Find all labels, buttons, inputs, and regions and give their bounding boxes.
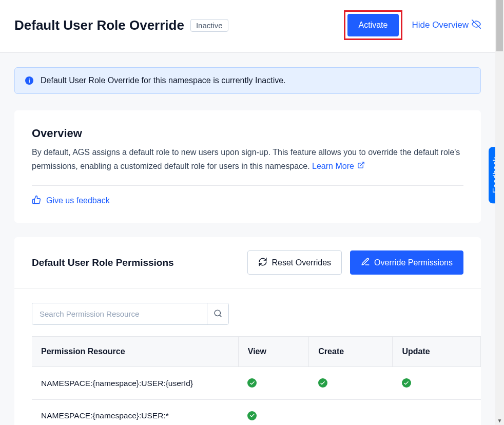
overview-heading: Overview (32, 127, 463, 140)
cell-create (309, 399, 393, 425)
override-permissions-label: Override Permissions (374, 259, 453, 267)
table-row: NAMESPACE:{namespace}:USER:{userId} (32, 367, 481, 400)
scrollbar[interactable]: ▲ ▼ (495, 0, 504, 425)
col-create: Create (309, 337, 393, 367)
page-title: Default User Role Override (14, 17, 184, 33)
cell-create (309, 367, 393, 400)
search-icon (214, 309, 222, 319)
scrollbar-thumb[interactable] (496, 0, 503, 51)
cell-view (238, 367, 309, 400)
hide-overview-link[interactable]: Hide Overview (412, 20, 481, 31)
cell-update (393, 399, 481, 425)
col-update: Update (393, 337, 481, 367)
activate-button[interactable]: Activate (347, 14, 399, 36)
overview-body: By default, AGS assigns a default role t… (32, 148, 460, 170)
table-row: NAMESPACE:{namespace}:USER:* (32, 399, 481, 425)
svg-line-1 (360, 162, 364, 166)
check-icon (247, 378, 257, 388)
search-button[interactable] (207, 303, 228, 324)
page-header: Default User Role Override Inactive Acti… (0, 0, 495, 53)
learn-more-label: Learn More (312, 159, 354, 173)
external-link-icon (357, 159, 365, 173)
overview-card: Overview By default, AGS assigns a defau… (14, 110, 481, 223)
cell-update (393, 367, 481, 400)
eye-off-icon (472, 20, 481, 31)
check-icon (318, 378, 327, 388)
edit-icon (361, 257, 370, 268)
learn-more-link[interactable]: Learn More (312, 159, 365, 173)
col-view: View (238, 337, 309, 367)
svg-line-3 (220, 315, 221, 317)
give-feedback-label: Give us feedback (46, 196, 110, 205)
col-resource: Permission Resource (32, 337, 238, 367)
info-alert: i Default User Role Override for this na… (14, 67, 481, 94)
thumbs-up-icon (32, 195, 41, 206)
activate-highlight: Activate (344, 10, 403, 40)
check-icon (247, 411, 257, 420)
check-icon (402, 378, 411, 388)
status-badge: Inactive (190, 19, 228, 32)
permissions-table: Permission Resource View Create Update N… (32, 336, 481, 425)
cell-view (238, 399, 309, 425)
reset-overrides-button[interactable]: Reset Overrides (247, 250, 342, 275)
scrollbar-arrow-down-icon[interactable]: ▼ (495, 416, 504, 425)
info-icon: i (25, 76, 33, 85)
override-permissions-button[interactable]: Override Permissions (350, 250, 463, 275)
cell-resource: NAMESPACE:{namespace}:USER:{userId} (32, 367, 238, 400)
divider (32, 185, 463, 186)
permissions-title: Default User Role Permissions (32, 257, 174, 268)
cell-resource: NAMESPACE:{namespace}:USER:* (32, 399, 238, 425)
refresh-icon (258, 257, 267, 268)
hide-overview-label: Hide Overview (412, 20, 469, 30)
permissions-card: Default User Role Permissions Reset Over… (14, 237, 481, 425)
give-feedback-link[interactable]: Give us feedback (32, 195, 110, 206)
reset-overrides-label: Reset Overrides (272, 259, 331, 267)
alert-text: Default User Role Override for this name… (41, 76, 286, 85)
search-input[interactable] (32, 303, 207, 324)
